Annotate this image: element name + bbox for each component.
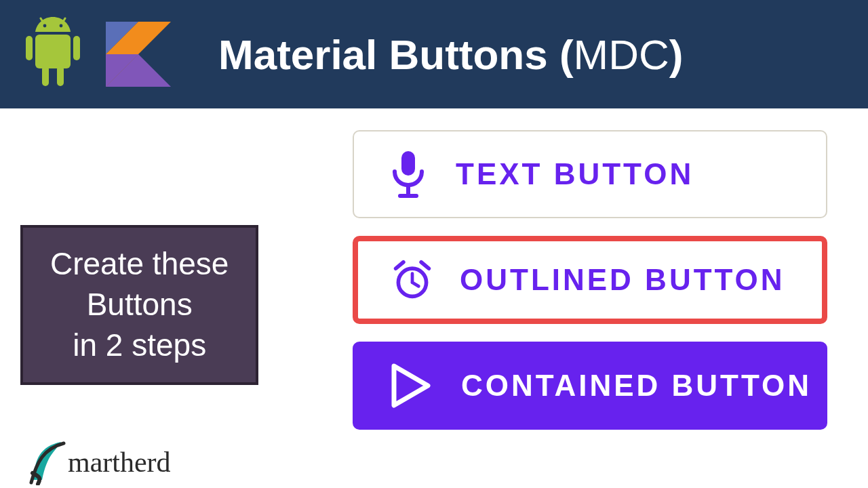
play-icon — [387, 362, 434, 409]
title-paren-open: ( — [548, 31, 574, 78]
svg-rect-8 — [57, 66, 64, 86]
title-light: MDC — [574, 31, 669, 78]
svg-line-20 — [396, 262, 403, 268]
outlined-button-label: OUTLINED BUTTON — [460, 263, 785, 297]
instruction-line-2: Buttons — [50, 285, 229, 325]
brand-logo: martherd — [27, 439, 171, 485]
svg-line-21 — [421, 262, 429, 268]
brand-mark-icon — [27, 439, 68, 485]
android-icon — [20, 17, 85, 92]
brand-name: martherd — [68, 446, 171, 479]
button-showcase: TEXT BUTTON OUTLINED BUTTON CONTAINE — [353, 122, 848, 488]
main-content: Create these Buttons in 2 steps martherd — [0, 108, 868, 488]
title-paren-close: ) — [669, 31, 684, 78]
svg-point-3 — [60, 24, 63, 28]
svg-rect-5 — [26, 36, 33, 60]
instruction-card: Create these Buttons in 2 steps — [20, 225, 258, 384]
title-bold: Material Buttons — [218, 31, 548, 78]
svg-rect-6 — [73, 36, 80, 60]
contained-button[interactable]: CONTAINED BUTTON — [353, 342, 827, 430]
page-title: Material Buttons (MDC) — [218, 30, 683, 79]
header-banner: Material Buttons (MDC) — [0, 0, 868, 108]
alarm-clock-icon — [392, 260, 433, 300]
text-button[interactable]: TEXT BUTTON — [353, 130, 827, 218]
instruction-line-1: Create these — [50, 244, 229, 285]
svg-rect-7 — [42, 66, 49, 86]
svg-line-19 — [412, 283, 418, 287]
microphone-icon — [388, 154, 429, 195]
svg-rect-4 — [35, 35, 71, 68]
text-button-label: TEXT BUTTON — [456, 157, 694, 191]
svg-marker-22 — [394, 366, 428, 405]
contained-button-label: CONTAINED BUTTON — [461, 369, 812, 403]
svg-point-2 — [43, 24, 47, 28]
instruction-line-3: in 2 steps — [50, 325, 229, 366]
kotlin-icon — [106, 22, 171, 87]
outlined-button[interactable]: OUTLINED BUTTON — [353, 236, 827, 324]
svg-rect-14 — [401, 151, 415, 176]
left-column: Create these Buttons in 2 steps martherd — [20, 122, 326, 488]
